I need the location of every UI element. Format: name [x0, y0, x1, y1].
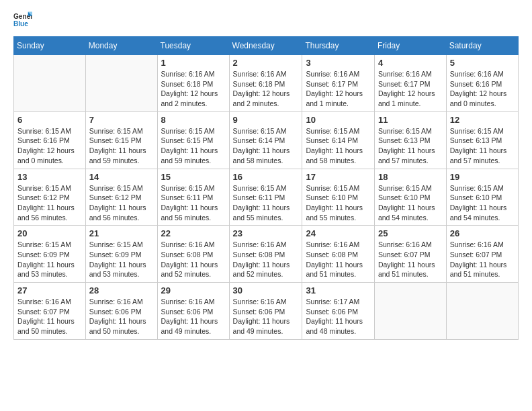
calendar-cell: 30Sunrise: 6:16 AMSunset: 6:06 PMDayligh… [229, 283, 302, 340]
day-number: 5 [450, 58, 515, 68]
day-number: 1 [161, 58, 226, 68]
calendar-cell: 25Sunrise: 6:16 AMSunset: 6:07 PMDayligh… [374, 226, 446, 283]
calendar-cell: 24Sunrise: 6:16 AMSunset: 6:08 PMDayligh… [302, 226, 375, 283]
day-number: 7 [89, 115, 154, 125]
calendar-cell [374, 283, 446, 340]
day-number: 23 [233, 228, 299, 238]
calendar-cell: 15Sunrise: 6:15 AMSunset: 6:11 PMDayligh… [157, 169, 229, 226]
calendar-cell: 3Sunrise: 6:16 AMSunset: 6:17 PMDaylight… [302, 55, 375, 112]
day-number: 6 [17, 115, 82, 125]
week-row-3: 13Sunrise: 6:15 AMSunset: 6:12 PMDayligh… [14, 169, 519, 226]
calendar-cell: 13Sunrise: 6:15 AMSunset: 6:12 PMDayligh… [14, 169, 86, 226]
day-info: Sunrise: 6:16 AMSunset: 6:17 PMDaylight:… [378, 69, 443, 109]
day-number: 28 [89, 285, 154, 295]
day-number: 19 [450, 172, 515, 182]
day-info: Sunrise: 6:16 AMSunset: 6:08 PMDaylight:… [306, 240, 371, 279]
day-number: 24 [306, 228, 371, 238]
weekday-header-monday: Monday [85, 37, 157, 55]
calendar-cell: 9Sunrise: 6:15 AMSunset: 6:14 PMDaylight… [229, 111, 302, 169]
day-number: 29 [161, 285, 226, 295]
day-number: 16 [233, 172, 299, 182]
day-number: 10 [306, 115, 371, 125]
calendar-cell: 14Sunrise: 6:15 AMSunset: 6:12 PMDayligh… [85, 169, 157, 226]
calendar-cell: 16Sunrise: 6:15 AMSunset: 6:11 PMDayligh… [229, 169, 302, 226]
calendar-cell: 12Sunrise: 6:15 AMSunset: 6:13 PMDayligh… [446, 111, 518, 169]
day-info: Sunrise: 6:15 AMSunset: 6:12 PMDaylight:… [17, 183, 82, 223]
weekday-header-wednesday: Wednesday [229, 37, 302, 55]
day-info: Sunrise: 6:15 AMSunset: 6:09 PMDaylight:… [89, 240, 154, 279]
day-info: Sunrise: 6:16 AMSunset: 6:17 PMDaylight:… [306, 69, 371, 109]
calendar-cell [85, 55, 157, 112]
calendar-cell: 29Sunrise: 6:16 AMSunset: 6:06 PMDayligh… [157, 283, 229, 340]
weekday-header-tuesday: Tuesday [157, 37, 229, 55]
day-number: 4 [378, 58, 443, 68]
day-number: 3 [306, 58, 371, 68]
day-number: 25 [378, 228, 443, 238]
day-info: Sunrise: 6:15 AMSunset: 6:15 PMDaylight:… [161, 126, 226, 166]
day-info: Sunrise: 6:15 AMSunset: 6:13 PMDaylight:… [450, 126, 515, 166]
calendar-cell: 11Sunrise: 6:15 AMSunset: 6:13 PMDayligh… [374, 111, 446, 169]
day-info: Sunrise: 6:16 AMSunset: 6:06 PMDaylight:… [89, 297, 154, 336]
week-row-5: 27Sunrise: 6:16 AMSunset: 6:07 PMDayligh… [14, 283, 519, 340]
weekday-header-row: SundayMondayTuesdayWednesdayThursdayFrid… [14, 37, 519, 55]
day-info: Sunrise: 6:16 AMSunset: 6:07 PMDaylight:… [450, 240, 515, 279]
week-row-4: 20Sunrise: 6:15 AMSunset: 6:09 PMDayligh… [14, 226, 519, 283]
day-info: Sunrise: 6:15 AMSunset: 6:12 PMDaylight:… [89, 183, 154, 223]
day-info: Sunrise: 6:16 AMSunset: 6:06 PMDaylight:… [233, 297, 299, 336]
week-row-2: 6Sunrise: 6:15 AMSunset: 6:16 PMDaylight… [14, 111, 519, 169]
day-number: 15 [161, 172, 226, 182]
day-info: Sunrise: 6:16 AMSunset: 6:08 PMDaylight:… [233, 240, 299, 279]
weekday-header-friday: Friday [374, 37, 446, 55]
day-number: 11 [378, 115, 443, 125]
calendar-cell: 1Sunrise: 6:16 AMSunset: 6:18 PMDaylight… [157, 55, 229, 112]
calendar-cell: 4Sunrise: 6:16 AMSunset: 6:17 PMDaylight… [374, 55, 446, 112]
calendar-cell: 7Sunrise: 6:15 AMSunset: 6:15 PMDaylight… [85, 111, 157, 169]
day-info: Sunrise: 6:17 AMSunset: 6:06 PMDaylight:… [306, 297, 371, 336]
day-info: Sunrise: 6:15 AMSunset: 6:14 PMDaylight:… [233, 126, 299, 166]
day-number: 8 [161, 115, 226, 125]
day-number: 26 [450, 228, 515, 238]
calendar-cell: 8Sunrise: 6:15 AMSunset: 6:15 PMDaylight… [157, 111, 229, 169]
day-info: Sunrise: 6:15 AMSunset: 6:14 PMDaylight:… [306, 126, 371, 166]
day-number: 20 [17, 228, 82, 238]
day-info: Sunrise: 6:15 AMSunset: 6:10 PMDaylight:… [306, 183, 371, 223]
day-info: Sunrise: 6:15 AMSunset: 6:11 PMDaylight:… [161, 183, 226, 223]
day-number: 13 [17, 172, 82, 182]
day-number: 18 [378, 172, 443, 182]
day-info: Sunrise: 6:15 AMSunset: 6:11 PMDaylight:… [233, 183, 299, 223]
calendar-cell: 2Sunrise: 6:16 AMSunset: 6:18 PMDaylight… [229, 55, 302, 112]
day-info: Sunrise: 6:16 AMSunset: 6:06 PMDaylight:… [161, 297, 226, 336]
logo: General Blue [13, 11, 32, 30]
calendar-cell: 18Sunrise: 6:15 AMSunset: 6:10 PMDayligh… [374, 169, 446, 226]
calendar-cell: 23Sunrise: 6:16 AMSunset: 6:08 PMDayligh… [229, 226, 302, 283]
day-number: 21 [89, 228, 154, 238]
day-info: Sunrise: 6:16 AMSunset: 6:18 PMDaylight:… [233, 69, 299, 109]
day-number: 27 [17, 285, 82, 295]
day-info: Sunrise: 6:16 AMSunset: 6:08 PMDaylight:… [161, 240, 226, 279]
day-number: 30 [233, 285, 299, 295]
day-info: Sunrise: 6:15 AMSunset: 6:15 PMDaylight:… [89, 126, 154, 166]
calendar-cell: 27Sunrise: 6:16 AMSunset: 6:07 PMDayligh… [14, 283, 86, 340]
calendar-cell: 26Sunrise: 6:16 AMSunset: 6:07 PMDayligh… [446, 226, 518, 283]
day-number: 31 [306, 285, 371, 295]
calendar-cell: 21Sunrise: 6:15 AMSunset: 6:09 PMDayligh… [85, 226, 157, 283]
weekday-header-sunday: Sunday [14, 37, 86, 55]
calendar-cell: 22Sunrise: 6:16 AMSunset: 6:08 PMDayligh… [157, 226, 229, 283]
day-info: Sunrise: 6:15 AMSunset: 6:16 PMDaylight:… [17, 126, 82, 166]
day-number: 12 [450, 115, 515, 125]
calendar-table: SundayMondayTuesdayWednesdayThursdayFrid… [13, 36, 519, 340]
week-row-1: 1Sunrise: 6:16 AMSunset: 6:18 PMDaylight… [14, 55, 519, 112]
logo-icon: General Blue [13, 11, 32, 30]
weekday-header-saturday: Saturday [446, 37, 518, 55]
day-info: Sunrise: 6:16 AMSunset: 6:07 PMDaylight:… [17, 297, 82, 336]
day-info: Sunrise: 6:15 AMSunset: 6:10 PMDaylight:… [378, 183, 443, 223]
day-number: 2 [233, 58, 299, 68]
svg-text:Blue: Blue [13, 20, 28, 28]
day-number: 9 [233, 115, 299, 125]
weekday-header-thursday: Thursday [302, 37, 375, 55]
calendar-cell: 28Sunrise: 6:16 AMSunset: 6:06 PMDayligh… [85, 283, 157, 340]
day-info: Sunrise: 6:15 AMSunset: 6:10 PMDaylight:… [450, 183, 515, 223]
day-info: Sunrise: 6:15 AMSunset: 6:09 PMDaylight:… [17, 240, 82, 279]
day-info: Sunrise: 6:15 AMSunset: 6:13 PMDaylight:… [378, 126, 443, 166]
calendar-cell: 31Sunrise: 6:17 AMSunset: 6:06 PMDayligh… [302, 283, 375, 340]
